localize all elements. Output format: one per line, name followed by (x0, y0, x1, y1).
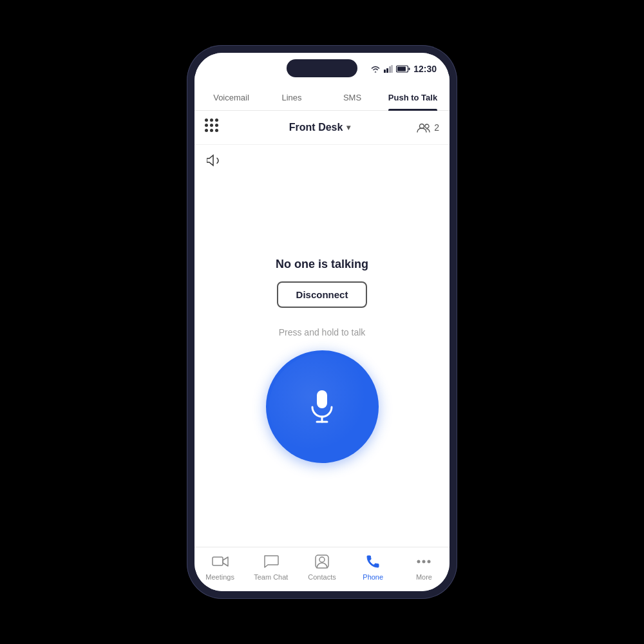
svg-rect-3 (391, 65, 393, 73)
svg-rect-0 (384, 70, 386, 73)
notch (287, 59, 357, 77)
channel-header: Front Desk ▾ 2 (194, 111, 450, 145)
speaker-icon (207, 153, 223, 167)
svg-rect-9 (317, 390, 327, 408)
svg-point-8 (425, 124, 429, 128)
tab-push-to-talk[interactable]: Push to Talk (383, 85, 443, 110)
grid-dots-button[interactable] (205, 118, 223, 137)
contacts-label: Contacts (308, 573, 336, 581)
status-icons: 12:30 (370, 64, 437, 74)
phone-icon (364, 553, 382, 571)
tab-sms[interactable]: SMS (322, 85, 383, 110)
svg-rect-5 (409, 68, 410, 70)
meetings-icon (211, 553, 229, 571)
more-label: More (416, 573, 432, 581)
phone-frame: 12:30 Voicemail Lines SMS Push to Talk (187, 45, 457, 599)
top-tabs: Voicemail Lines SMS Push to Talk (194, 85, 450, 111)
nav-more[interactable]: More (399, 553, 450, 581)
svg-rect-2 (389, 66, 391, 73)
svg-point-16 (422, 560, 426, 564)
tab-lines[interactable]: Lines (261, 85, 322, 110)
contacts-icon (313, 553, 331, 571)
nav-team-chat[interactable]: Team Chat (245, 553, 296, 581)
chevron-down-icon: ▾ (346, 123, 350, 132)
bottom-nav: Meetings Team Chat Con (194, 547, 450, 591)
main-content: No one is talking Disconnect Press and h… (194, 173, 450, 547)
svg-rect-12 (213, 557, 223, 565)
members-icon (417, 122, 431, 133)
svg-point-17 (428, 560, 431, 564)
nav-contacts[interactable]: Contacts (296, 553, 347, 581)
members-count: 2 (417, 122, 439, 133)
battery-icon (396, 65, 410, 73)
signal-icon (384, 65, 393, 73)
svg-point-13 (319, 557, 325, 562)
mic-button[interactable] (266, 350, 379, 463)
phone-label: Phone (363, 573, 383, 581)
speaker-button[interactable] (205, 150, 225, 171)
tab-voicemail[interactable]: Voicemail (201, 85, 261, 110)
svg-point-15 (417, 560, 421, 564)
channel-name-button[interactable]: Front Desk ▾ (289, 122, 351, 133)
svg-rect-6 (397, 67, 406, 71)
mic-icon (299, 384, 345, 429)
team-chat-label: Team Chat (254, 573, 288, 581)
disconnect-button[interactable]: Disconnect (277, 281, 368, 308)
press-hold-label: Press and hold to talk (279, 327, 366, 337)
meetings-label: Meetings (205, 573, 234, 581)
nav-phone[interactable]: Phone (348, 553, 399, 581)
phone-screen: 12:30 Voicemail Lines SMS Push to Talk (194, 53, 450, 591)
status-time: 12:30 (413, 64, 437, 74)
status-text: No one is talking (276, 258, 368, 271)
nav-meetings[interactable]: Meetings (194, 553, 245, 581)
wifi-icon (370, 65, 381, 73)
more-icon (415, 553, 433, 571)
status-bar: 12:30 (194, 53, 450, 85)
controls-row (194, 145, 450, 173)
team-chat-icon (262, 553, 280, 571)
svg-rect-1 (386, 68, 388, 73)
